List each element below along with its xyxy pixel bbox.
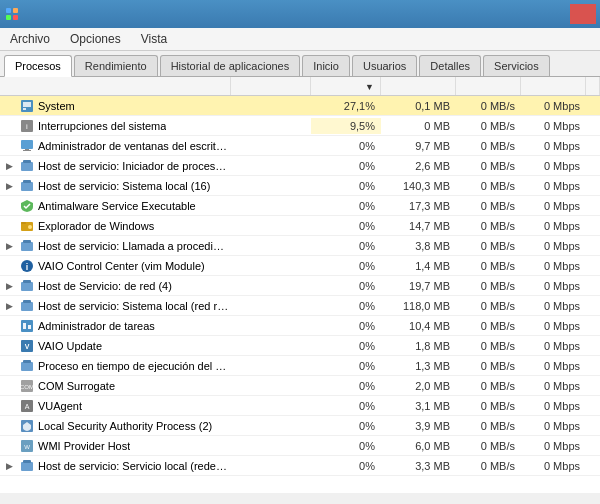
close-button[interactable] bbox=[570, 4, 596, 24]
process-disk: 0 MB/s bbox=[456, 118, 521, 134]
process-cpu: 0% bbox=[311, 158, 381, 174]
process-disk: 0 MB/s bbox=[456, 258, 521, 274]
table-row[interactable]: Administrador de tareas0%10,4 MB0 MB/s0 … bbox=[0, 316, 600, 336]
process-disk: 0 MB/s bbox=[456, 298, 521, 314]
expand-arrow-icon[interactable]: ▶ bbox=[6, 161, 16, 171]
col-memoria[interactable] bbox=[381, 77, 456, 95]
table-row[interactable]: System27,1%0,1 MB0 MB/s0 Mbps bbox=[0, 96, 600, 116]
process-estado bbox=[231, 344, 311, 348]
process-name-label: Local Security Authority Process (2) bbox=[38, 420, 212, 432]
svg-text:COM: COM bbox=[20, 384, 34, 390]
tab-historial-de-aplicaciones[interactable]: Historial de aplicaciones bbox=[160, 55, 301, 76]
process-name-cell: AVUAgent bbox=[0, 397, 231, 415]
process-memory: 6,0 MB bbox=[381, 438, 456, 454]
minimize-button[interactable] bbox=[514, 4, 540, 24]
process-name-cell: ▶Host de Servicio: de red (4) bbox=[0, 277, 231, 295]
table-row[interactable]: VVAIO Update0%1,8 MB0 MB/s0 Mbps bbox=[0, 336, 600, 356]
process-cpu: 0% bbox=[311, 178, 381, 194]
expand-arrow-icon[interactable]: ▶ bbox=[6, 301, 16, 311]
process-name-cell: System bbox=[0, 97, 231, 115]
table-header bbox=[0, 77, 600, 96]
col-red[interactable] bbox=[521, 77, 586, 95]
process-name-cell: COMCOM Surrogate bbox=[0, 377, 231, 395]
process-name-label: Administrador de tareas bbox=[38, 320, 155, 332]
tab-usuarios[interactable]: Usuarios bbox=[352, 55, 417, 76]
menu-bar: ArchivoOpcionesVista bbox=[0, 28, 600, 51]
menu-item-opciones[interactable]: Opciones bbox=[64, 30, 127, 48]
table-row[interactable]: ▶Host de servicio: Servicio local (redes… bbox=[0, 456, 600, 476]
process-memory: 3,8 MB bbox=[381, 238, 456, 254]
table-row[interactable]: Antimalware Service Executable0%17,3 MB0… bbox=[0, 196, 600, 216]
col-estado[interactable] bbox=[231, 77, 311, 95]
table-row[interactable]: Local Security Authority Process (2)0%3,… bbox=[0, 416, 600, 436]
process-name-cell: Local Security Authority Process (2) bbox=[0, 417, 231, 435]
table-row[interactable]: iInterrupciones del sistema9,5%0 MB0 MB/… bbox=[0, 116, 600, 136]
process-name-cell: ▶Host de servicio: Llamada a procedimien… bbox=[0, 237, 231, 255]
process-net: 0 Mbps bbox=[521, 338, 586, 354]
process-name-cell: ▶Host de servicio: Sistema local (red re… bbox=[0, 297, 231, 315]
process-memory: 1,8 MB bbox=[381, 338, 456, 354]
process-cpu: 9,5% bbox=[311, 118, 381, 134]
table-row[interactable]: ▶Host de servicio: Llamada a procedimien… bbox=[0, 236, 600, 256]
table-row[interactable]: ▶Host de servicio: Iniciador de procesos… bbox=[0, 156, 600, 176]
process-memory: 1,3 MB bbox=[381, 358, 456, 374]
expand-arrow-icon[interactable]: ▶ bbox=[6, 461, 16, 471]
app-icon bbox=[4, 6, 20, 22]
table-row[interactable]: Proceso en tiempo de ejecución del clien… bbox=[0, 356, 600, 376]
process-memory: 2,0 MB bbox=[381, 378, 456, 394]
svg-text:i: i bbox=[26, 122, 28, 131]
process-memory: 1,4 MB bbox=[381, 258, 456, 274]
process-table[interactable]: System27,1%0,1 MB0 MB/s0 MbpsiInterrupci… bbox=[0, 77, 600, 493]
process-name-label: Host de servicio: Iniciador de procesos … bbox=[38, 160, 229, 172]
process-memory: 3,1 MB bbox=[381, 398, 456, 414]
svg-rect-41 bbox=[21, 462, 33, 471]
table-row[interactable]: Administrador de ventanas del escritorio… bbox=[0, 136, 600, 156]
process-icon bbox=[20, 459, 34, 473]
process-memory: 10,4 MB bbox=[381, 318, 456, 334]
table-row[interactable]: WWMI Provider Host0%6,0 MB0 MB/s0 Mbps bbox=[0, 436, 600, 456]
process-net: 0 Mbps bbox=[521, 298, 586, 314]
table-row[interactable]: ▶Host de servicio: Sistema local (16)0%1… bbox=[0, 176, 600, 196]
tab-procesos[interactable]: Procesos bbox=[4, 55, 72, 77]
tab-detalles[interactable]: Detalles bbox=[419, 55, 481, 76]
process-name-label: Host de servicio: Sistema local (16) bbox=[38, 180, 210, 192]
process-cpu: 0% bbox=[311, 358, 381, 374]
tab-inicio[interactable]: Inicio bbox=[302, 55, 350, 76]
svg-rect-25 bbox=[21, 302, 33, 311]
table-row[interactable]: ▶Host de Servicio: de red (4)0%19,7 MB0 … bbox=[0, 276, 600, 296]
process-icon bbox=[20, 419, 34, 433]
process-net: 0 Mbps bbox=[521, 458, 586, 474]
menu-item-vista[interactable]: Vista bbox=[135, 30, 173, 48]
process-net: 0 Mbps bbox=[521, 218, 586, 234]
process-disk: 0 MB/s bbox=[456, 198, 521, 214]
col-cpu[interactable] bbox=[311, 77, 381, 95]
col-disco[interactable] bbox=[456, 77, 521, 95]
svg-rect-5 bbox=[23, 102, 31, 107]
process-memory: 2,6 MB bbox=[381, 158, 456, 174]
col-nombre[interactable] bbox=[0, 77, 231, 95]
table-row[interactable]: AVUAgent0%3,1 MB0 MB/s0 Mbps bbox=[0, 396, 600, 416]
menu-item-archivo[interactable]: Archivo bbox=[4, 30, 56, 48]
expand-arrow-icon[interactable]: ▶ bbox=[6, 241, 16, 251]
maximize-button[interactable] bbox=[542, 4, 568, 24]
table-row[interactable]: Explorador de Windows0%14,7 MB0 MB/s0 Mb… bbox=[0, 216, 600, 236]
tab-servicios[interactable]: Servicios bbox=[483, 55, 550, 76]
table-row[interactable]: ▶Host de servicio: Sistema local (red re… bbox=[0, 296, 600, 316]
process-net: 0 Mbps bbox=[521, 138, 586, 154]
process-net: 0 Mbps bbox=[521, 438, 586, 454]
expand-arrow-icon[interactable]: ▶ bbox=[6, 181, 16, 191]
process-cpu: 0% bbox=[311, 338, 381, 354]
svg-rect-24 bbox=[23, 280, 31, 283]
table-row[interactable]: COMCOM Surrogate0%2,0 MB0 MB/s0 Mbps bbox=[0, 376, 600, 396]
process-cpu: 0% bbox=[311, 138, 381, 154]
scrollbar-header bbox=[586, 77, 600, 95]
process-cpu: 0% bbox=[311, 298, 381, 314]
svg-rect-6 bbox=[23, 108, 26, 110]
expand-arrow-icon[interactable]: ▶ bbox=[6, 281, 16, 291]
table-row[interactable]: iVAIO Control Center (vim Module)0%1,4 M… bbox=[0, 256, 600, 276]
tab-rendimiento[interactable]: Rendimiento bbox=[74, 55, 158, 76]
process-icon bbox=[20, 359, 34, 373]
process-cpu: 0% bbox=[311, 418, 381, 434]
process-rows: System27,1%0,1 MB0 MB/s0 MbpsiInterrupci… bbox=[0, 96, 600, 476]
process-icon: V bbox=[20, 339, 34, 353]
